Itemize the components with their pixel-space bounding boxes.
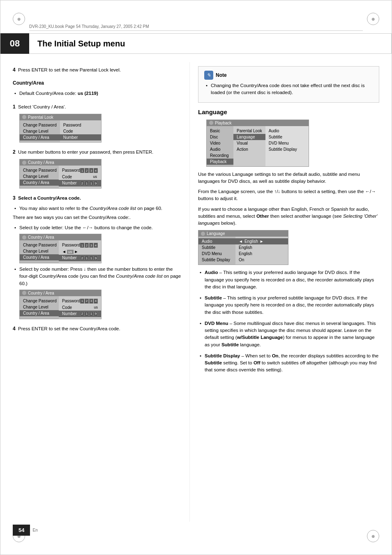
- menu3-item-2: Change Level: [20, 248, 59, 254]
- menu-country-area-4: Country / Area Change Password Change Le…: [19, 290, 101, 319]
- left-column: 4 Press ENTER to set the new Parental Lo…: [0, 62, 189, 522]
- menu2-body: Change Password Change Level Country / A…: [20, 166, 101, 188]
- lang-val-subtitle: English: [235, 244, 288, 251]
- note-title: Note: [216, 72, 227, 78]
- menu4-val-1: Password 1 2 3 4: [59, 298, 101, 304]
- menu4-val-3: Number 2 1 1 9: [59, 311, 101, 317]
- step4-parental: 4 Press ENTER to set the new Parental Lo…: [13, 66, 181, 74]
- page-number-badge: 54: [13, 525, 30, 536]
- file-info: DVR-230_KU.book Page 54 Thursday, Januar…: [29, 24, 149, 29]
- corner-tl-mark: ⊕: [13, 13, 25, 25]
- step3-bullet1: You may also want to refer to the Countr…: [13, 205, 181, 212]
- step4b-text: Press ENTER to set the new Country/Area …: [18, 326, 120, 331]
- desc-subtitle-display: Subtitle Display – When set to On, the r…: [198, 352, 379, 374]
- menu1-item-3: Country / Area: [20, 134, 60, 140]
- menu4-body: Change Password Change Level Country / A…: [20, 296, 101, 319]
- lang-desc3: If you want to choose a language other t…: [198, 206, 379, 227]
- step2-num: 2: [13, 149, 16, 155]
- menu4-item-2: Change Level: [20, 304, 59, 310]
- playback-menu-body: Basic Disc Video Audio Recording Playbac…: [207, 126, 309, 166]
- menu2-title: Country / Area: [28, 160, 54, 165]
- corner-tr-mark: ⊕: [367, 13, 379, 25]
- menu-country-area-2: Country / Area Change Password Change Le…: [19, 159, 101, 189]
- menu1-val-1: Password: [60, 122, 101, 128]
- lang-desc1: Use the various Language settings to set…: [198, 171, 379, 185]
- step3-title: Select a Country/Area code.: [18, 196, 81, 200]
- menu3-item-3: Country / Area: [20, 254, 59, 260]
- note-icon: ✎: [204, 71, 213, 80]
- step4b-country: 4 Press ENTER to set the new Country/Are…: [13, 325, 181, 332]
- step3-country-code: 3 Select a Country/Area code. You may al…: [13, 194, 181, 319]
- menu3-col-right: Password 1 2 3 4 ◄us►: [59, 240, 101, 263]
- menu3-val-3: Number 2 1 1 9: [59, 255, 101, 261]
- playback-title-bar: Playback: [207, 120, 309, 126]
- main-content: 4 Press ENTER to set the new Parental Lo…: [0, 62, 392, 522]
- menu3-title-bar: Country / Area: [20, 234, 101, 240]
- menu4-icon: [22, 291, 26, 295]
- playback-col3: Audio Subtitle DVD Menu Subtitle Display: [265, 126, 300, 166]
- menu3-col-left: Change Password Change Level Country / A…: [20, 240, 59, 263]
- lang-item-audio: Audio: [198, 238, 235, 244]
- language-menu: Language Audio Subtitle DVD Menu Subtitl…: [198, 230, 288, 265]
- menu3-icon: [22, 235, 26, 240]
- page-lang: En: [32, 528, 37, 532]
- menu2-val-3: Number 2 1 1 9: [59, 180, 101, 187]
- menu2-nums-1: 1 2 3 4: [80, 168, 98, 173]
- menu4-col-left: Change Password Change Level Country / A…: [20, 296, 59, 319]
- menu1-title: Parental Look: [28, 115, 53, 120]
- menu-country-area-3: Country / Area Change Password Change Le…: [19, 234, 101, 263]
- menu2-nums-3: 2 1 1 9: [80, 181, 98, 186]
- page-title: The Initial Setup menu: [37, 39, 125, 48]
- menu2-item-3: Country / Area: [20, 180, 59, 186]
- menu4-col-right: Password 1 2 3 4 Code us: [59, 296, 101, 319]
- step2-text: Use number buttons to enter your passwor…: [18, 150, 153, 154]
- page-header: 08 The Initial Setup menu: [0, 33, 392, 54]
- menu1-body: Change Password Change Level Country / A…: [20, 120, 101, 142]
- menu-parental-look: Parental Look Change Password Change Lev…: [19, 114, 101, 143]
- menu1-val-3: Number: [60, 134, 101, 140]
- menu4-title-bar: Country / Area: [20, 290, 101, 296]
- playback-menu: Playback Basic Disc Video Audio Recordin…: [206, 120, 309, 167]
- playback-icon: [209, 121, 213, 125]
- step1-text: Select 'Country / Area'.: [18, 104, 66, 109]
- lang-val-subdisplay: On: [235, 257, 288, 263]
- step4-text: Press ENTER to set the new Parental Lock…: [18, 67, 121, 72]
- menu2-val-1: Password 1 2 3 4: [59, 167, 101, 174]
- lang-menu-body: Audio Subtitle DVD Menu Subtitle Display…: [198, 237, 288, 265]
- menu4-item-3: Country / Area: [20, 310, 59, 316]
- menu1-title-bar: Parental Look: [20, 114, 101, 120]
- lang-val-dvdmenu: English: [235, 251, 288, 257]
- header-title-box: The Initial Setup menu: [29, 33, 392, 54]
- page-footer: 54 En: [0, 522, 392, 538]
- menu3-item-1: Change Password: [20, 242, 59, 248]
- menu2-title-bar: Country / Area: [20, 159, 101, 166]
- step1-country: 1 Select 'Country / Area'. Parental Look…: [13, 103, 181, 143]
- right-column: ✎ Note Changing the Country/Area code do…: [189, 62, 392, 522]
- chapter-badge: 08: [0, 33, 29, 54]
- playback-col1: Basic Disc Video Audio Recording Playbac…: [207, 126, 233, 166]
- menu2-col-left: Change Password Change Level Country / A…: [20, 166, 59, 188]
- menu4-val-2: Code us: [59, 304, 101, 311]
- desc-subtitle: Subtitle – This setting is your preferre…: [198, 295, 379, 316]
- playback-col2: Parental Look Language Visual Action: [233, 126, 265, 166]
- menu1-col-left: Change Password Change Level Country / A…: [20, 120, 60, 142]
- note-box: ✎ Note Changing the Country/Area code do…: [198, 66, 379, 103]
- menu1-val-2: Code: [60, 128, 101, 134]
- country-area-heading: Country/Area: [13, 79, 181, 87]
- lang-col-right: ◄ English ► English English On: [235, 237, 288, 265]
- playback-title: Playback: [215, 121, 232, 125]
- step2-password: 2 Use number buttons to enter your passw…: [13, 148, 181, 189]
- menu1-item-1: Change Password: [20, 122, 60, 128]
- menu1-item-2: Change Level: [20, 128, 60, 134]
- country-area-bullet1: Default Country/Area code: us (2119): [13, 90, 181, 97]
- menu2-item-2: Change Level: [20, 173, 59, 180]
- language-heading: Language: [198, 108, 379, 115]
- note-bullet: Changing the Country/Area code does not …: [204, 82, 373, 97]
- step3-num: 3: [13, 195, 16, 201]
- menu2-col-right: Password 1 2 3 4 Code us: [59, 166, 101, 188]
- way2-bullet: Select by code number: Press ↓ then use …: [13, 266, 181, 287]
- lang-val-audio: ◄ English ►: [235, 238, 288, 244]
- meta-bar: DVR-230_KU.book Page 54 Thursday, Januar…: [29, 24, 363, 31]
- note-header: ✎ Note: [204, 71, 373, 80]
- country-area-section: Country/Area Default Country/Area code: …: [13, 79, 181, 97]
